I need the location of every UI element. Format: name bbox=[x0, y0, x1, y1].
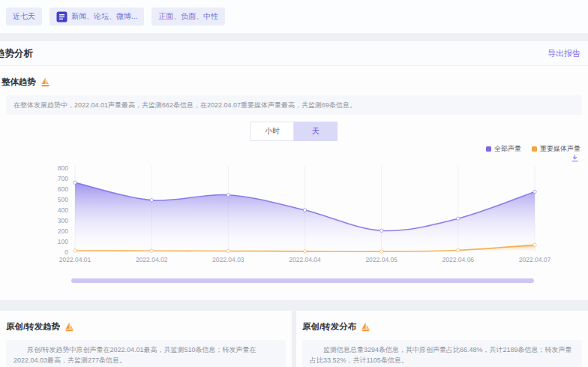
svg-text:2022.04.07: 2022.04.07 bbox=[519, 256, 551, 263]
overall-summary: 在整体发展趋势中，2022.04.01声量最高，共监测662条信息，在2022.… bbox=[6, 95, 582, 115]
svg-text:2022.04.01: 2022.04.01 bbox=[59, 256, 92, 263]
svg-text:2022.04.04: 2022.04.04 bbox=[289, 256, 321, 263]
svg-text:2022.04.02: 2022.04.02 bbox=[136, 256, 168, 263]
granularity-hour-button[interactable]: 小时 bbox=[250, 122, 294, 141]
legend-label-total: 全部声量 bbox=[494, 144, 521, 154]
highlight-icon bbox=[64, 322, 74, 332]
svg-text:500: 500 bbox=[58, 196, 68, 203]
filter-time-range[interactable]: 近七天 bbox=[6, 8, 42, 26]
svg-text:2022.04.05: 2022.04.05 bbox=[365, 256, 398, 263]
trend-analysis-card: 趋势分析 导出报告 整体趋势 在整体发展趋势中，2022.04.01声量最高，共… bbox=[0, 41, 588, 300]
filter-sentiments-label: 正面、负面、中性 bbox=[158, 11, 218, 22]
svg-text:600: 600 bbox=[58, 185, 68, 193]
chart-legend: 全部声量 重要媒体声量 bbox=[0, 144, 588, 153]
legend-label-media: 重要媒体声量 bbox=[540, 144, 580, 154]
legend-swatch-media bbox=[532, 146, 537, 152]
filter-sources[interactable]: 新闻、论坛、微博... bbox=[50, 8, 144, 26]
repost-trend-title: 原创/转发趋势 bbox=[6, 321, 60, 332]
trend-chart[interactable]: 01002003004005006007008002022.04.012022.… bbox=[52, 162, 570, 267]
filter-bar: 近七天 新闻、论坛、微博... 正面、负面、中性 bbox=[0, 0, 588, 33]
svg-text:300: 300 bbox=[58, 217, 68, 224]
highlight-icon bbox=[40, 77, 50, 87]
page-title: 趋势分析 bbox=[0, 47, 33, 60]
highlight-icon bbox=[361, 322, 370, 332]
export-report-link[interactable]: 导出报告 bbox=[548, 48, 580, 59]
svg-text:400: 400 bbox=[58, 206, 68, 214]
svg-text:200: 200 bbox=[58, 227, 68, 235]
download-image-icon[interactable] bbox=[571, 154, 579, 162]
svg-text:100: 100 bbox=[58, 238, 68, 245]
svg-text:2022.04.06: 2022.04.06 bbox=[442, 256, 475, 263]
chart-zoom-scrollbar[interactable] bbox=[71, 278, 534, 283]
repost-distribution-title: 原创/转发分布 bbox=[302, 321, 356, 332]
sources-icon bbox=[56, 11, 68, 23]
svg-text:800: 800 bbox=[58, 164, 68, 172]
repost-trend-card: 原创/转发趋势 原创/转发趋势中原创声量在2022.04.01最高，共监测510… bbox=[0, 311, 292, 367]
legend-item-total[interactable]: 全部声量 bbox=[486, 144, 521, 154]
granularity-day-button[interactable]: 天 bbox=[294, 122, 338, 141]
svg-text:2022.04.03: 2022.04.03 bbox=[212, 256, 244, 263]
trend-chart-area: 01002003004005006007008002022.04.012022.… bbox=[52, 162, 588, 269]
filter-time-range-label: 近七天 bbox=[13, 11, 35, 22]
granularity-toggle: 小时 天 bbox=[0, 122, 588, 141]
repost-distribution-summary: 监测信息总量3294条信息，其中原创声量占比66.48%，共计2189条信息；转… bbox=[302, 340, 582, 367]
legend-item-media[interactable]: 重要媒体声量 bbox=[532, 144, 580, 154]
secondary-cards: 原创/转发趋势 原创/转发趋势中原创声量在2022.04.01最高，共监测510… bbox=[0, 311, 588, 367]
filter-sentiments[interactable]: 正面、负面、中性 bbox=[152, 8, 225, 26]
filter-sources-label: 新闻、论坛、微博... bbox=[71, 11, 137, 22]
overall-trend-title-row: 整体趋势 bbox=[6, 77, 582, 88]
svg-text:700: 700 bbox=[58, 175, 68, 182]
svg-text:0: 0 bbox=[64, 248, 68, 256]
trend-analysis-header: 趋势分析 导出报告 bbox=[0, 41, 588, 66]
overall-trend-title: 整体趋势 bbox=[2, 77, 36, 88]
repost-distribution-card: 原创/转发分布 监测信息总量3294条信息，其中原创声量占比66.48%，共计2… bbox=[296, 311, 588, 367]
legend-swatch-total bbox=[486, 146, 491, 152]
repost-trend-summary: 原创/转发趋势中原创声量在2022.04.01最高，共监测510条信息；转发声量… bbox=[6, 340, 286, 367]
chart-toolbox bbox=[0, 153, 588, 162]
